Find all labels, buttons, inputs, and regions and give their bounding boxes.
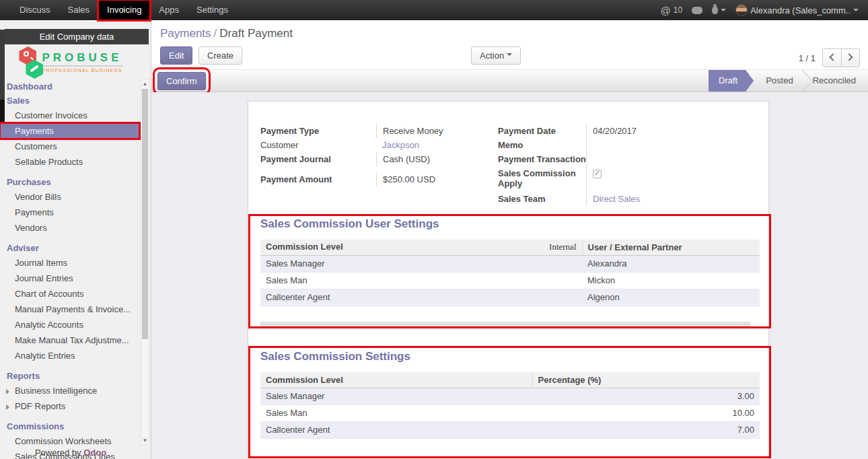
- table-row[interactable]: Callcenter Agent 7.00: [260, 421, 760, 438]
- action-label: Action: [480, 50, 504, 61]
- cell-level: Callcenter Agent: [260, 421, 532, 438]
- cell-level: Sales Manager: [260, 255, 582, 272]
- nav-item-apps[interactable]: Apps: [150, 0, 188, 20]
- sales-commission-apply-label: Sales Commission Apply: [498, 166, 586, 192]
- cell-user: Algenon: [582, 289, 760, 306]
- breadcrumb-current: Draft Payment: [219, 27, 293, 40]
- main-area: Payments/Draft Payment Edit Create Actio…: [151, 20, 868, 459]
- nav-item-settings[interactable]: Settings: [188, 0, 237, 20]
- sidebar-item-customers[interactable]: Customers: [0, 139, 139, 154]
- sidebar-item-purchases-payments[interactable]: Payments: [0, 205, 139, 220]
- pager-next-button[interactable]: [841, 49, 859, 67]
- sidebar-item-make-manual-tax-adjustments[interactable]: Make Manual Tax Adjustme...: [0, 332, 139, 348]
- sidebar-item-customer-invoices[interactable]: Customer Invoices: [0, 108, 139, 123]
- sales-team-label: Sales Team: [498, 192, 586, 206]
- sidebar: Edit Company data PROBUSE PROFESSIONAL B…: [0, 20, 151, 459]
- column-internal: Internal: [549, 242, 576, 252]
- sidebar-section-commissions[interactable]: Commissions: [0, 419, 139, 433]
- brand-tagline: PROFESSIONAL BUSINESS: [42, 65, 122, 73]
- cell-user: Alexandra: [582, 255, 760, 272]
- pager: 1 / 1: [799, 48, 860, 67]
- horizontal-scrollbar[interactable]: [260, 322, 750, 328]
- button-row: Edit Create Action 1 / 1: [151, 46, 868, 67]
- mentions-button[interactable]: @ 10: [661, 5, 683, 16]
- sidebar-item-journal-items[interactable]: Journal Items: [0, 255, 139, 271]
- memo-value: [586, 138, 754, 152]
- sidebar-item-vendors[interactable]: Vendors: [0, 220, 139, 236]
- table-row[interactable]: Sales Manager Alexandra: [260, 255, 760, 272]
- table-row[interactable]: Callcenter Agent Algenon: [260, 289, 760, 306]
- scroll-up-icon[interactable]: ▲: [141, 80, 149, 88]
- sidebar-item-sellable-products[interactable]: Sellable Products: [0, 154, 139, 170]
- nav-item-sales[interactable]: Sales: [59, 0, 99, 20]
- cell-percentage: 3.00: [532, 388, 760, 404]
- messages-button[interactable]: [692, 7, 702, 14]
- logo-hexagons-icon: [19, 45, 39, 79]
- debug-menu-button[interactable]: [712, 6, 726, 14]
- caret-down-icon: [721, 9, 726, 14]
- payment-amount-label: Payment Amount: [260, 172, 376, 186]
- sidebar-item-chart-of-accounts[interactable]: Chart of Accounts: [0, 286, 139, 302]
- sales-team-link[interactable]: Direct Sales: [593, 194, 640, 204]
- action-dropdown-button[interactable]: Action: [471, 46, 521, 65]
- status-step-draft[interactable]: Draft: [709, 70, 754, 92]
- sidebar-section-sales[interactable]: Sales: [0, 94, 139, 108]
- edit-company-data-button[interactable]: Edit Company data: [5, 29, 149, 44]
- sidebar-item-journal-entries[interactable]: Journal Entries: [0, 271, 139, 286]
- sidebar-scrollbar[interactable]: ▲ ▼: [141, 79, 149, 446]
- sales-commission-apply-checkbox[interactable]: [593, 170, 602, 178]
- sidebar-item-analytic-entries[interactable]: Analytic Entries: [0, 348, 139, 363]
- column-percentage: Percentage (%): [532, 372, 760, 388]
- table-header-row: Commission Level Percentage (%): [260, 372, 760, 388]
- edit-button[interactable]: Edit: [160, 46, 192, 65]
- customer-link[interactable]: Jackpson: [382, 140, 419, 150]
- table-row[interactable]: Sales Manager 3.00: [260, 388, 760, 404]
- payment-date-label: Payment Date: [498, 124, 586, 138]
- sidebar-item-commission-worksheets[interactable]: Commission Worksheets: [0, 433, 139, 449]
- payment-transaction-value: [586, 152, 754, 166]
- pager-value: 1 / 1: [799, 53, 816, 63]
- customer-label: Customer: [260, 138, 376, 152]
- sidebar-item-payments[interactable]: Payments: [0, 123, 139, 139]
- form-left-column: Payment Type Receive Money Customer Jack…: [260, 124, 497, 186]
- table-row[interactable]: Sales Man 10.00: [260, 404, 760, 421]
- sidebar-section-purchases[interactable]: Purchases: [0, 175, 139, 189]
- payment-date-value: 04/20/2017: [586, 124, 754, 138]
- breadcrumb-separator: /: [211, 27, 220, 40]
- company-logo: PROBUSE PROFESSIONAL BUSINESS: [0, 44, 141, 79]
- table-row[interactable]: Sales Man Mickon: [260, 272, 760, 289]
- odoo-link[interactable]: Odoo: [83, 448, 106, 458]
- cell-percentage: 10.00: [532, 404, 760, 421]
- confirm-button[interactable]: Confirm: [157, 72, 206, 90]
- sidebar-item-dashboard[interactable]: Dashboard: [0, 79, 139, 94]
- sidebar-item-vendor-bills[interactable]: Vendor Bills: [0, 189, 139, 205]
- statusbar: Confirm Draft Posted Reconciled: [151, 69, 868, 92]
- avatar: [735, 4, 748, 16]
- cell-percentage: 7.00: [532, 421, 760, 438]
- user-menu[interactable]: Alexandra (Sales_comm..: [735, 4, 859, 16]
- create-button[interactable]: Create: [198, 46, 242, 65]
- nav-item-invoicing[interactable]: Invoicing: [98, 0, 150, 20]
- scroll-down-icon[interactable]: ▼: [141, 437, 149, 445]
- payment-type-value: Receive Money: [376, 124, 497, 138]
- payment-amount-value: $250.00 USD: [376, 172, 497, 186]
- control-panel: Payments/Draft Payment Edit Create Actio…: [151, 20, 868, 69]
- content-area: Payment Type Receive Money Customer Jack…: [151, 92, 868, 459]
- sidebar-item-analytic-accounts[interactable]: Analytic Accounts: [0, 317, 139, 332]
- breadcrumb: Payments/Draft Payment: [151, 20, 868, 40]
- sidebar-section-reports[interactable]: Reports: [0, 369, 139, 383]
- sidebar-item-pdf-reports[interactable]: PDF Reports: [0, 398, 139, 414]
- pager-previous-button[interactable]: [823, 49, 841, 67]
- payment-type-label: Payment Type: [260, 124, 376, 138]
- brand-name: PROBUSE: [42, 51, 122, 65]
- cell-level: Sales Manager: [260, 388, 532, 404]
- payment-journal-value: Cash (USD): [376, 152, 497, 166]
- sidebar-item-manual-payments-invoices[interactable]: Manual Payments & Invoice...: [0, 302, 139, 317]
- breadcrumb-payments-link[interactable]: Payments: [160, 27, 211, 40]
- column-commission-level: Commission Level Internal: [260, 240, 582, 255]
- payment-journal-label: Payment Journal: [260, 152, 376, 166]
- sidebar-scrollbar-thumb[interactable]: [142, 89, 148, 339]
- sidebar-item-business-intelligence[interactable]: Business Intelligence: [0, 383, 139, 398]
- sidebar-section-adviser[interactable]: Adviser: [0, 241, 139, 255]
- nav-item-discuss[interactable]: Discuss: [11, 0, 59, 20]
